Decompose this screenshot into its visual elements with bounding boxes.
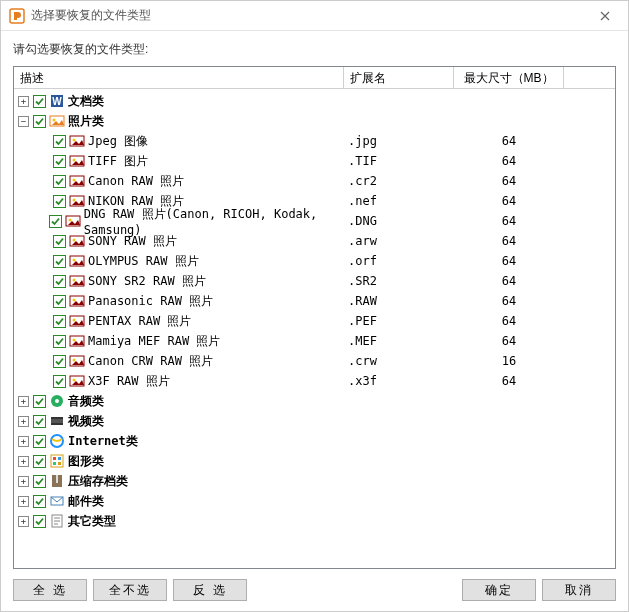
filetype-label: Panasonic RAW 照片 [88, 293, 213, 310]
filetype-ext: .jpg [344, 134, 454, 148]
archive-icon [49, 473, 65, 489]
category-label: 文档类 [68, 93, 104, 110]
checkbox[interactable] [53, 295, 66, 308]
filetype-row[interactable]: X3F RAW 照片.x3f64 [14, 371, 615, 391]
checkbox[interactable] [33, 475, 46, 488]
select-all-button[interactable]: 全 选 [13, 579, 87, 601]
select-none-button[interactable]: 全不选 [93, 579, 167, 601]
checkbox[interactable] [49, 215, 62, 228]
invert-selection-button[interactable]: 反 选 [173, 579, 247, 601]
filetype-row[interactable]: Mamiya MEF RAW 照片.MEF64 [14, 331, 615, 351]
category-row-archive[interactable]: +压缩存档类 [14, 471, 615, 491]
filetype-ext: .DNG [344, 214, 454, 228]
category-row-graphic[interactable]: +图形类 [14, 451, 615, 471]
category-row-video[interactable]: +视频类 [14, 411, 615, 431]
svg-rect-34 [51, 417, 63, 419]
svg-rect-43 [56, 475, 58, 483]
category-row-other[interactable]: +其它类型 [14, 511, 615, 531]
title-bar: 选择要恢复的文件类型 [1, 1, 628, 31]
filetype-ext: .cr2 [344, 174, 454, 188]
img-icon [69, 173, 85, 189]
expand-toggle[interactable]: + [18, 456, 29, 467]
expand-toggle[interactable]: + [18, 476, 29, 487]
svg-point-10 [73, 179, 76, 182]
filetype-ext: .arw [344, 234, 454, 248]
filetype-ext: .crw [344, 354, 454, 368]
checkbox[interactable] [53, 255, 66, 268]
checkbox[interactable] [33, 115, 46, 128]
img-icon [65, 213, 81, 229]
filetype-size: 64 [454, 254, 564, 268]
expand-toggle[interactable]: + [18, 436, 29, 447]
column-max-size[interactable]: 最大尺寸（MB） [454, 67, 564, 88]
checkbox[interactable] [53, 175, 66, 188]
svg-point-8 [73, 159, 76, 162]
filetype-ext: .orf [344, 254, 454, 268]
filetype-row[interactable]: OLYMPUS RAW 照片.orf64 [14, 251, 615, 271]
checkbox[interactable] [53, 375, 66, 388]
expand-toggle[interactable]: + [18, 516, 29, 527]
checkbox[interactable] [33, 495, 46, 508]
filetype-label: X3F RAW 照片 [88, 373, 170, 390]
category-row-audio[interactable]: +音频类 [14, 391, 615, 411]
checkbox[interactable] [33, 435, 46, 448]
checkbox[interactable] [53, 335, 66, 348]
word-icon: W [49, 93, 65, 109]
svg-rect-38 [53, 457, 56, 460]
filetype-row[interactable]: Canon CRW RAW 照片.crw16 [14, 351, 615, 371]
collapse-toggle[interactable]: − [18, 116, 29, 127]
filetype-ext: .RAW [344, 294, 454, 308]
filetype-ext: .SR2 [344, 274, 454, 288]
filetype-row[interactable]: Jpeg 图像.jpg64 [14, 131, 615, 151]
checkbox[interactable] [53, 235, 66, 248]
category-row-internet[interactable]: +Internet类 [14, 431, 615, 451]
filetype-row[interactable]: PENTAX RAW 照片.PEF64 [14, 311, 615, 331]
filetype-row[interactable]: SONY SR2 RAW 照片.SR264 [14, 271, 615, 291]
filetype-row[interactable]: Panasonic RAW 照片.RAW64 [14, 291, 615, 311]
filetype-row[interactable]: SONY RAW 照片.arw64 [14, 231, 615, 251]
filetype-row[interactable]: DNG RAW 照片(Canon, RICOH, Kodak, Samsung)… [14, 211, 615, 231]
filetype-size: 64 [454, 214, 564, 228]
filetype-size: 64 [454, 294, 564, 308]
expand-toggle[interactable]: + [18, 396, 29, 407]
filetype-size: 64 [454, 194, 564, 208]
graphic-icon [49, 453, 65, 469]
svg-point-30 [73, 379, 76, 382]
checkbox[interactable] [53, 315, 66, 328]
expand-toggle[interactable]: + [18, 416, 29, 427]
expand-toggle[interactable]: + [18, 96, 29, 107]
filetype-ext: .x3f [344, 374, 454, 388]
filetype-size: 16 [454, 354, 564, 368]
filetype-ext: .PEF [344, 314, 454, 328]
column-description[interactable]: 描述 [14, 67, 344, 88]
checkbox[interactable] [53, 155, 66, 168]
category-label: 压缩存档类 [68, 473, 128, 490]
svg-text:W: W [52, 96, 62, 107]
category-row-mail[interactable]: +邮件类 [14, 491, 615, 511]
filetype-row[interactable]: Canon RAW 照片.cr264 [14, 171, 615, 191]
checkbox[interactable] [33, 95, 46, 108]
category-label: 图形类 [68, 453, 104, 470]
category-row-doc[interactable]: +W文档类 [14, 91, 615, 111]
checkbox[interactable] [53, 355, 66, 368]
tree-body[interactable]: +W文档类−照片类Jpeg 图像.jpg64TIFF 图片.TIF64Canon… [14, 89, 615, 568]
filetype-row[interactable]: TIFF 图片.TIF64 [14, 151, 615, 171]
checkbox[interactable] [33, 415, 46, 428]
column-extension[interactable]: 扩展名 [344, 67, 454, 88]
ok-button[interactable]: 确定 [462, 579, 536, 601]
checkbox[interactable] [33, 455, 46, 468]
checkbox[interactable] [53, 275, 66, 288]
checkbox[interactable] [33, 395, 46, 408]
checkbox[interactable] [33, 515, 46, 528]
cancel-button[interactable]: 取消 [542, 579, 616, 601]
checkbox[interactable] [53, 135, 66, 148]
category-row-photo[interactable]: −照片类 [14, 111, 615, 131]
close-button[interactable] [590, 2, 620, 30]
filetype-size: 64 [454, 154, 564, 168]
photo-icon [49, 113, 65, 129]
img-icon [69, 353, 85, 369]
expand-toggle[interactable]: + [18, 496, 29, 507]
img-icon [69, 153, 85, 169]
ie-icon [49, 433, 65, 449]
img-icon [69, 133, 85, 149]
